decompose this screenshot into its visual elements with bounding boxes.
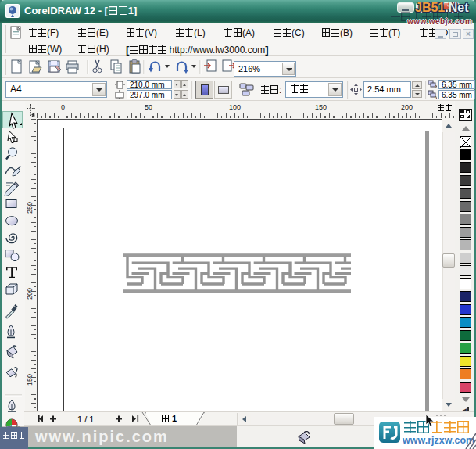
svg-text:y: y	[435, 95, 437, 99]
svg-text:1 / 1: 1 / 1	[77, 415, 94, 424]
svg-text:x: x	[435, 84, 437, 88]
